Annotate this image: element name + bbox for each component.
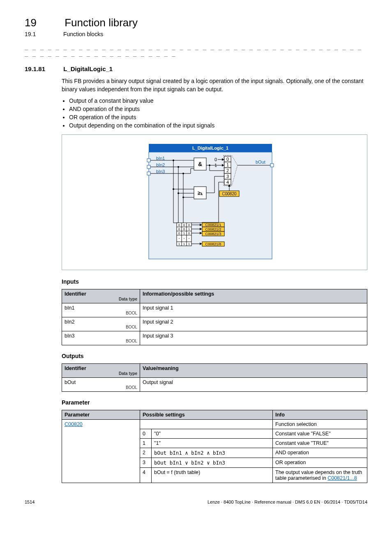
svg-point-19 <box>182 197 184 198</box>
svg-rect-4 <box>147 172 150 175</box>
outputs-table: Identifier Data type Value/meaning bOutB… <box>62 363 367 392</box>
mux-in-label: 0 <box>214 157 217 162</box>
svg-point-13 <box>182 173 184 174</box>
svg-text:1: 1 <box>188 242 190 246</box>
svg-text:0: 0 <box>226 157 229 162</box>
page-footer: 1514 Lenze · 8400 TopLine · Reference ma… <box>25 500 367 504</box>
list-item: Output of a constant binary value <box>69 97 367 104</box>
page-header: 19 Function library 19.1 Function blocks <box>25 16 367 37</box>
svg-rect-3 <box>147 165 150 169</box>
col-header: Identifier <box>65 365 86 371</box>
page-number: 1514 <box>25 500 35 504</box>
input-label: bIn2 <box>156 162 165 167</box>
mux-options: 0 1 2 3 4 <box>224 156 231 185</box>
output-label: bOut <box>256 160 265 164</box>
diagram-title: L_DigitalLogic_1 <box>192 146 228 150</box>
svg-text:2: 2 <box>226 168 229 173</box>
table-row: C00820 Function selection <box>62 420 367 429</box>
svg-point-11 <box>173 160 174 161</box>
svg-point-17 <box>173 188 174 190</box>
svg-text:0: 0 <box>183 227 185 231</box>
svg-text:0: 0 <box>178 231 180 235</box>
col-header: Identifier <box>65 291 86 297</box>
svg-text:1: 1 <box>183 231 185 235</box>
svg-point-18 <box>178 192 179 194</box>
section-number: 19.1 <box>25 31 62 37</box>
param-link[interactable]: C00821/1...8 <box>327 475 357 481</box>
col-subheader: Data type <box>65 297 137 301</box>
section-title: Function blocks <box>63 31 103 37</box>
col-header: Information/possible settings <box>140 289 367 303</box>
block-diagram: L_DigitalLogic_1 bIn1 bIn2 bIn3 <box>62 134 367 270</box>
col-header: Info <box>273 410 367 420</box>
svg-text:1: 1 <box>188 227 190 231</box>
svg-text:1: 1 <box>178 242 180 246</box>
col-header: Value/meaning <box>140 364 367 378</box>
intro-text: This FB provides a binary output signal … <box>62 77 367 93</box>
chapter-title: Function library <box>65 16 138 29</box>
svg-text:3: 3 <box>226 174 229 179</box>
svg-rect-2 <box>147 159 150 162</box>
outputs-heading: Outputs <box>62 353 367 359</box>
col-subheader: Data type <box>65 371 137 376</box>
svg-text:4: 4 <box>226 180 229 185</box>
param-link[interactable]: C00820 <box>65 421 83 427</box>
input-label: bIn3 <box>156 169 165 174</box>
and-gate-label: & <box>198 161 202 167</box>
svg-text:C00821/2: C00821/2 <box>205 227 221 231</box>
table-row: bIn1BOOL Input signal 1 <box>62 303 367 317</box>
svg-point-43 <box>209 164 210 166</box>
divider: _ _ _ _ _ _ _ _ _ _ _ _ _ _ _ _ _ _ _ _ … <box>25 43 367 56</box>
table-row: bIn2BOOL Input signal 2 <box>62 317 367 331</box>
svg-text:0: 0 <box>188 223 190 227</box>
subsection-number: 19.1.81 <box>25 65 62 72</box>
svg-text:C00821/1: C00821/1 <box>205 223 221 227</box>
svg-text:0: 0 <box>178 227 180 231</box>
svg-point-12 <box>178 166 179 168</box>
col-header: Parameter <box>62 410 140 420</box>
selector-code: C00820 <box>222 192 236 196</box>
table-row: bOutBOOL Output signal <box>62 378 367 392</box>
svg-point-74 <box>184 238 184 239</box>
svg-text:C00821/8: C00821/8 <box>205 242 221 246</box>
footer-text: Lenze · 8400 TopLine · Reference manual … <box>208 500 367 504</box>
svg-text:0: 0 <box>178 223 180 227</box>
svg-text:1: 1 <box>183 242 185 246</box>
svg-rect-50 <box>270 164 274 167</box>
svg-point-75 <box>189 238 189 239</box>
subsection-title: L_DigitalLogic_1 <box>63 65 113 72</box>
chapter-number: 19 <box>25 16 62 29</box>
inputs-heading: Inputs <box>62 278 367 285</box>
svg-text:0: 0 <box>188 231 190 235</box>
table-row: bIn3BOOL Input signal 3 <box>62 331 367 345</box>
svg-text:C00821/3: C00821/3 <box>205 232 221 236</box>
parameter-heading: Parameter <box>62 399 367 406</box>
svg-text:0: 0 <box>183 223 185 227</box>
parameter-table: Parameter Possible settings Info C00820 … <box>62 410 367 483</box>
or-gate-label: ≥₁ <box>198 190 203 196</box>
bullet-list: Output of a constant binary value AND op… <box>62 97 367 129</box>
svg-text:1: 1 <box>226 162 229 167</box>
list-item: Output depending on the combination of t… <box>69 122 367 129</box>
list-item: OR operation of the inputs <box>69 114 367 120</box>
col-header: Possible settings <box>140 410 273 420</box>
svg-point-73 <box>179 238 180 239</box>
inputs-table: Identifier Data type Information/possibl… <box>62 289 367 345</box>
list-item: AND operation of the inputs <box>69 106 367 112</box>
input-label: bIn1 <box>156 156 165 161</box>
